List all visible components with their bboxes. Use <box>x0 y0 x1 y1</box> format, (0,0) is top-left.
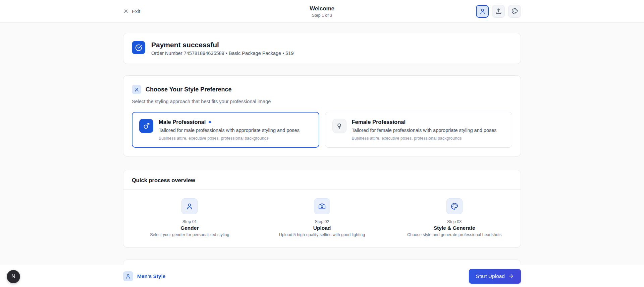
style-section-title: Choose Your Style Preference <box>146 86 231 93</box>
payment-success-banner: Payment successful Order Number 74578189… <box>123 33 521 64</box>
order-details: Order Number 745781894635589 • Basic Pac… <box>151 51 294 56</box>
style-options: Male Professional Tailored for male prof… <box>132 112 512 148</box>
venus-icon <box>336 123 343 130</box>
palette-icon <box>451 203 458 210</box>
nav-gender-step-button[interactable] <box>476 5 489 18</box>
gender-step-icon-tile <box>181 198 198 214</box>
user-icon <box>134 87 139 92</box>
start-upload-label: Start Upload <box>476 273 505 279</box>
step-nav-buttons <box>476 5 521 18</box>
close-icon <box>123 8 129 14</box>
male-icon-tile <box>139 119 153 133</box>
option-description: Tailored for female professionals with a… <box>352 128 497 133</box>
process-step-gender: Step 01 Gender Select your gender for pe… <box>123 198 256 237</box>
style-section-subtitle: Select the styling approach that best fi… <box>132 99 512 104</box>
female-icon-tile <box>332 119 346 133</box>
wizard-content: Payment successful Order Number 74578189… <box>0 23 644 286</box>
process-step-upload: Step 02 Upload Upload 5 high-quality sel… <box>256 198 388 237</box>
arrow-right-icon <box>508 273 514 279</box>
process-overview-title: Quick process overview <box>123 170 521 190</box>
start-upload-button[interactable]: Start Upload <box>469 269 521 284</box>
nav-upload-step-button[interactable] <box>492 5 505 18</box>
user-icon <box>479 8 486 14</box>
user-icon <box>186 203 193 210</box>
selected-indicator-dot <box>209 121 211 123</box>
bottom-action-bar: Men's Style Start Upload <box>0 265 644 287</box>
exit-button[interactable]: Exit <box>123 8 140 14</box>
option-meta: Business attire, executive poses, profes… <box>352 136 497 141</box>
selected-style-label: Men's Style <box>137 273 166 279</box>
step-title: Gender <box>123 225 256 231</box>
process-steps: Step 01 Gender Select your gender for pe… <box>123 190 521 247</box>
option-meta: Business attire, executive poses, profes… <box>159 136 300 141</box>
exit-label: Exit <box>132 8 140 14</box>
step-description: Upload 5 high-quality selfies with good … <box>256 232 388 237</box>
payment-success-icon-tile <box>132 41 145 54</box>
step-title: Upload <box>256 225 388 231</box>
payment-success-title: Payment successful <box>151 41 294 49</box>
option-description: Tailored for male professionals with app… <box>159 128 300 133</box>
step-title: Style & Generate <box>388 225 521 231</box>
header-title-block: Welcome Step 1 of 3 <box>310 5 334 17</box>
option-female-professional[interactable]: Female Professional Tailored for female … <box>325 112 513 148</box>
option-male-professional[interactable]: Male Professional Tailored for male prof… <box>132 112 319 148</box>
selected-style-summary: Men's Style <box>123 271 166 281</box>
style-step-icon-tile <box>446 198 463 214</box>
camera-icon <box>318 203 326 210</box>
page-title: Welcome <box>310 5 334 12</box>
step-number-label: Step 02 <box>256 219 388 224</box>
process-overview-section: Quick process overview Step 01 Gender Se… <box>123 170 521 247</box>
process-step-style-generate: Step 03 Style & Generate Choose style an… <box>388 198 521 237</box>
style-section-icon-chip <box>132 85 141 94</box>
wizard-header: Exit Welcome Step 1 of 3 <box>0 0 644 23</box>
step-number-label: Step 03 <box>388 219 521 224</box>
nav-style-step-button[interactable] <box>508 5 521 18</box>
option-title: Female Professional <box>352 119 406 125</box>
step-description: Select your gender for personalized styl… <box>123 232 256 237</box>
upload-step-icon-tile <box>314 198 330 214</box>
check-circle-icon <box>135 44 142 51</box>
selected-style-badge <box>123 271 133 281</box>
step-indicator: Step 1 of 3 <box>310 13 334 17</box>
option-title: Male Professional <box>159 119 206 125</box>
palette-icon <box>512 8 518 14</box>
mars-icon <box>143 123 150 130</box>
user-icon <box>125 274 131 279</box>
step-description: Choose style and generate professional h… <box>388 232 521 237</box>
style-preference-section: Choose Your Style Preference Select the … <box>123 75 521 156</box>
upload-icon <box>495 8 502 14</box>
dev-tools-avatar-button[interactable]: N <box>7 270 20 283</box>
step-number-label: Step 01 <box>123 219 256 224</box>
